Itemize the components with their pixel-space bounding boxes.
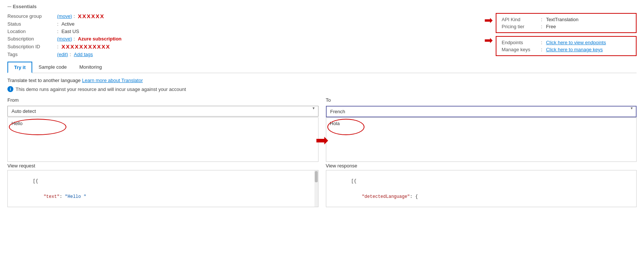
location-label: Location (7, 29, 56, 34)
input-textarea[interactable]: Hello (7, 117, 318, 162)
info-notice: i This demo runs against your resource a… (7, 86, 637, 92)
page-container: ··· Essentials Resource group (move) : X… (0, 0, 644, 258)
tab-try-it[interactable]: Try it (7, 62, 32, 73)
subscription-id-value: XXXXXXXXXXX (62, 43, 110, 50)
endpoints-link[interactable]: Click here to view endpoints (546, 40, 606, 45)
status-value: Active (62, 21, 75, 27)
api-kind-label: API Kind (502, 17, 539, 22)
api-info-box: API Kind : TextTranslation Pricing tier … (496, 13, 637, 33)
manage-keys-label: Manage keys (502, 47, 539, 52)
endpoints-label: Endpoints (502, 40, 539, 45)
tags-label: Tags (7, 52, 56, 57)
resource-group-move-link[interactable]: (move) (57, 13, 72, 19)
arrow-icon-1: ➡ (484, 15, 493, 26)
to-text-area: Hola (326, 117, 637, 163)
tags-row: Tags (edit) : Add tags (7, 52, 193, 57)
subscription-id-label: Subscription ID (7, 44, 56, 49)
status-label: Status (7, 21, 56, 27)
location-value: East US (62, 29, 79, 34)
status-row: Status : Active (7, 21, 193, 27)
left-details: Resource group (move) : XXXXXX Status : … (7, 13, 193, 57)
tags-edit-link[interactable]: (edit) (57, 52, 68, 57)
resource-group-value: XXXXXX (78, 13, 105, 19)
request-code-box: [{ "text": "Hello " }] (7, 170, 318, 207)
subscription-label: Subscription (7, 36, 56, 42)
essentials-title: ··· Essentials (7, 4, 637, 9)
from-language-select[interactable]: Auto detect (7, 106, 318, 117)
view-response-panel: View response [{ "detectedLanguage": { "… (326, 163, 637, 207)
request-scrollbar-track (314, 170, 318, 207)
right-info-boxes: API Kind : TextTranslation Pricing tier … (496, 13, 637, 56)
subscription-row: Subscription (move) : Azure subscription (7, 36, 193, 42)
translate-arrow-icon: ➡ (316, 133, 328, 148)
view-request-panel: View request [{ "text": "Hello " }] (7, 163, 318, 207)
resource-group-label: Resource group (7, 13, 56, 19)
api-kind-row: API Kind : TextTranslation (502, 17, 631, 22)
info-icon: i (7, 86, 13, 92)
box-arrows: ➡ ➡ (484, 13, 493, 46)
response-code-box: [{ "detectedLanguage": { "language": "en… (326, 170, 637, 207)
bottom-section: View request [{ "text": "Hello " }] View… (7, 163, 637, 207)
top-section: Resource group (move) : XXXXXX Status : … (7, 13, 637, 57)
notice-text: This demo runs against your resource and… (16, 86, 186, 92)
request-scrollbar-thumb[interactable] (315, 171, 318, 182)
to-label: To (326, 97, 637, 103)
manage-keys-link[interactable]: Click here to manage keys (546, 47, 603, 52)
view-request-label: View request (7, 163, 318, 169)
add-tags-link[interactable]: Add tags (74, 52, 93, 57)
subscription-move-link[interactable]: (move) (57, 36, 72, 42)
manage-keys-row: Manage keys : Click here to manage keys (502, 47, 631, 52)
subscription-id-row: Subscription ID : XXXXXXXXXXX (7, 43, 193, 50)
tab-sample-code[interactable]: Sample code (32, 62, 73, 73)
pricing-value: Free (546, 24, 556, 29)
resource-group-row: Resource group (move) : XXXXXX (7, 13, 193, 19)
pricing-row: Pricing tier : Free (502, 24, 631, 29)
pricing-label: Pricing tier (502, 24, 539, 29)
endpoints-row: Endpoints : Click here to view endpoints (502, 40, 631, 45)
to-language-select[interactable]: French (326, 106, 637, 117)
view-response-label: View response (326, 163, 637, 169)
right-section: ➡ ➡ API Kind : TextTranslation Pricing t… (484, 13, 637, 57)
endpoints-info-box: Endpoints : Click here to view endpoints… (496, 36, 637, 56)
tab-description: Translate text to another language Learn… (7, 78, 637, 83)
arrow-icon-2: ➡ (484, 35, 493, 46)
output-textarea[interactable]: Hola (326, 117, 637, 162)
tabs-bar: Try it Sample code Monitoring (7, 62, 637, 73)
translator-section: From To Auto detect ▾ French ▾ (7, 97, 637, 163)
subscription-value: Azure subscription (78, 36, 122, 42)
location-row: Location : East US (7, 29, 193, 34)
learn-more-link[interactable]: Learn more about Translator (82, 78, 143, 83)
from-text-area: Hello (7, 117, 318, 163)
tab-monitoring[interactable]: Monitoring (73, 62, 108, 73)
api-kind-value: TextTranslation (546, 17, 579, 22)
text-areas-row: Hello ➡ Hola (7, 117, 637, 163)
from-label: From (7, 97, 318, 103)
